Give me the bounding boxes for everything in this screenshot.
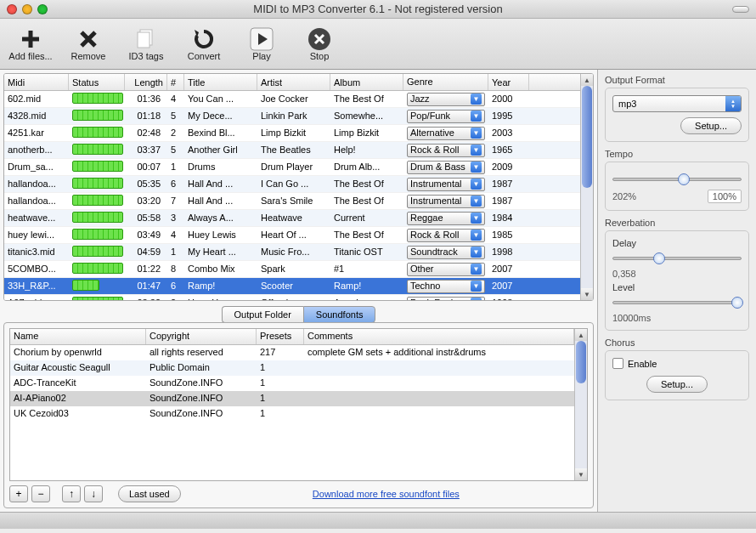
soundfont-row[interactable]: Chorium by openwrldall rights reserved21… bbox=[10, 345, 574, 360]
table-row[interactable]: anotherb...03:375Another GirlThe Beatles… bbox=[4, 142, 580, 159]
genre-select[interactable]: Pop/Funk▼ bbox=[407, 110, 485, 123]
progress-bar bbox=[72, 297, 123, 300]
play-label: Play bbox=[252, 51, 270, 61]
table-row[interactable]: huey lewi...03:494Huey LewisHeart Of ...… bbox=[4, 227, 580, 244]
reverb-label: Reverbation bbox=[605, 218, 749, 228]
last-used-button[interactable]: Last used bbox=[118, 485, 181, 502]
table-row[interactable]: 4251.kar02:482Bexind Bl...Limp BizkitLim… bbox=[4, 125, 580, 142]
add-files-button[interactable]: Add files... bbox=[7, 22, 54, 65]
col-artist[interactable]: Artist bbox=[257, 74, 330, 90]
table-row[interactable]: Drum_sa...00:071DrumsDrum PlayerDrum Alb… bbox=[4, 159, 580, 176]
col-status[interactable]: Status bbox=[69, 74, 125, 90]
cell-length: 01:36 bbox=[125, 91, 167, 107]
progress-bar bbox=[72, 110, 123, 121]
col-title[interactable]: Title bbox=[184, 74, 257, 90]
sfcol-copyright[interactable]: Copyright bbox=[146, 329, 257, 344]
cell-num: 2 bbox=[167, 125, 184, 141]
col-midi[interactable]: Midi bbox=[4, 74, 69, 90]
id3-label: ID3 tags bbox=[129, 51, 164, 61]
output-setup-button[interactable]: Setup... bbox=[680, 117, 742, 134]
cell-num: 2 bbox=[167, 295, 184, 300]
genre-select[interactable]: Rock & Roll▼ bbox=[407, 229, 485, 242]
tempo-slider[interactable] bbox=[612, 173, 742, 186]
sf-add-button[interactable]: + bbox=[9, 485, 28, 502]
id3-tags-button[interactable]: ID3 tags bbox=[122, 22, 170, 65]
scroll-down-icon[interactable]: ▼ bbox=[581, 288, 593, 300]
cell-num: 4 bbox=[167, 227, 184, 243]
soundfont-row[interactable]: ADC-TranceKitSoundZone.INFO1 bbox=[10, 376, 574, 391]
cell-title: You Can ... bbox=[184, 91, 257, 107]
soundfont-scrollbar[interactable]: ▲ ▼ bbox=[574, 329, 587, 480]
table-row[interactable]: hallandoa...05:356Hall And ...I Can Go .… bbox=[4, 176, 580, 193]
col-num[interactable]: # bbox=[167, 74, 184, 90]
scroll-down-icon[interactable]: ▼ bbox=[575, 468, 587, 480]
genre-select[interactable]: Soundtrack▼ bbox=[407, 246, 485, 259]
soundfonts-panel: Name Copyright Presets Comments Chorium … bbox=[3, 322, 594, 508]
genre-select[interactable]: Drum & Bass▼ bbox=[407, 161, 485, 174]
convert-button[interactable]: Convert bbox=[180, 22, 228, 65]
col-album[interactable]: Album bbox=[330, 74, 403, 90]
chorus-enable-checkbox[interactable]: Enable bbox=[612, 358, 742, 369]
genre-select[interactable]: Instrumental▼ bbox=[407, 195, 485, 208]
output-format-select[interactable]: mp3 ▲▼ bbox=[612, 95, 742, 112]
genre-select[interactable]: Jazz▼ bbox=[407, 93, 485, 106]
tab-soundfonts[interactable]: Soundfonts bbox=[303, 306, 376, 323]
sfcol-presets[interactable]: Presets bbox=[257, 329, 304, 344]
genre-select[interactable]: Rock & Roll▼ bbox=[407, 144, 485, 157]
chorus-setup-button[interactable]: Setup... bbox=[646, 376, 708, 393]
level-slider[interactable] bbox=[612, 296, 742, 309]
remove-button[interactable]: Remove bbox=[65, 22, 112, 65]
soundfont-row[interactable]: UK Cezoid03SoundZone.INFO1 bbox=[10, 406, 574, 422]
progress-bar bbox=[72, 195, 123, 206]
tempo-default-button[interactable]: 100% bbox=[708, 190, 742, 203]
scroll-up-icon[interactable]: ▲ bbox=[575, 329, 587, 341]
cell-num: 8 bbox=[167, 261, 184, 277]
scroll-up-icon[interactable]: ▲ bbox=[581, 74, 593, 86]
enable-label: Enable bbox=[628, 359, 657, 369]
table-row[interactable]: A07.mid03:322Have You...OffspringAmerica… bbox=[4, 295, 580, 300]
sf-name: Guitar Acoustic Seagull bbox=[10, 360, 146, 376]
chevron-down-icon: ▼ bbox=[471, 128, 482, 139]
table-row[interactable]: 602.mid01:364You Can ...Joe CockerThe Be… bbox=[4, 91, 580, 108]
cell-year: 1998 bbox=[488, 244, 529, 260]
play-button[interactable]: Play bbox=[238, 22, 285, 65]
genre-select[interactable]: Reggae▼ bbox=[407, 212, 485, 225]
genre-select[interactable]: Other▼ bbox=[407, 263, 485, 276]
genre-select[interactable]: Alternative▼ bbox=[407, 127, 485, 140]
genre-select[interactable]: Techno▼ bbox=[407, 280, 485, 293]
table-header: Midi Status Length # Title Artist Album … bbox=[4, 74, 580, 91]
sfcol-comments[interactable]: Comments bbox=[304, 329, 574, 344]
toolbar-toggle-button[interactable] bbox=[732, 6, 749, 13]
sf-remove-button[interactable]: − bbox=[31, 485, 50, 502]
soundfont-row[interactable]: AI-APiano02SoundZone.INFO1 bbox=[10, 391, 574, 406]
table-row[interactable]: titanic3.mid04:591My Heart ...Music Fro.… bbox=[4, 244, 580, 261]
scroll-thumb[interactable] bbox=[582, 86, 592, 188]
tab-output-folder[interactable]: Output Folder bbox=[222, 306, 303, 323]
stop-button[interactable]: Stop bbox=[296, 22, 343, 65]
cell-num: 5 bbox=[167, 108, 184, 124]
table-row[interactable]: heatwave...05:583Always A...HeatwaveCurr… bbox=[4, 210, 580, 227]
chevron-down-icon: ▼ bbox=[471, 94, 482, 105]
delay-slider[interactable] bbox=[612, 252, 742, 265]
genre-select[interactable]: Punk Rock▼ bbox=[407, 297, 485, 301]
download-soundfonts-link[interactable]: Download more free soundfont files bbox=[313, 489, 460, 499]
col-length[interactable]: Length bbox=[125, 74, 167, 90]
sf-move-down-button[interactable]: ↓ bbox=[84, 485, 103, 502]
sf-comments bbox=[304, 406, 574, 422]
table-row[interactable]: 4328.mid01:185My Dece...Linkin ParkSomew… bbox=[4, 108, 580, 125]
genre-select[interactable]: Instrumental▼ bbox=[407, 178, 485, 191]
col-genre[interactable]: Genre bbox=[403, 74, 488, 90]
table-row[interactable]: hallandoa...03:207Hall And ...Sara's Smi… bbox=[4, 193, 580, 210]
cell-title: My Heart ... bbox=[184, 244, 257, 260]
cell-num: 7 bbox=[167, 193, 184, 209]
table-row[interactable]: 33H_R&P...01:476Ramp!ScooterRamp!Techno▼… bbox=[4, 278, 580, 295]
cell-midi: hallandoa... bbox=[4, 176, 69, 192]
sf-presets: 1 bbox=[257, 406, 304, 422]
sfcol-name[interactable]: Name bbox=[10, 329, 146, 344]
soundfont-row[interactable]: Guitar Acoustic SeagullPublic Domain1 bbox=[10, 360, 574, 376]
scroll-thumb[interactable] bbox=[576, 341, 586, 383]
col-year[interactable]: Year bbox=[488, 74, 529, 90]
sf-move-up-button[interactable]: ↑ bbox=[62, 485, 81, 502]
table-scrollbar[interactable]: ▲ ▼ bbox=[580, 74, 593, 300]
table-row[interactable]: 5COMBO...01:228Combo MixSpark#1Other▼200… bbox=[4, 261, 580, 278]
